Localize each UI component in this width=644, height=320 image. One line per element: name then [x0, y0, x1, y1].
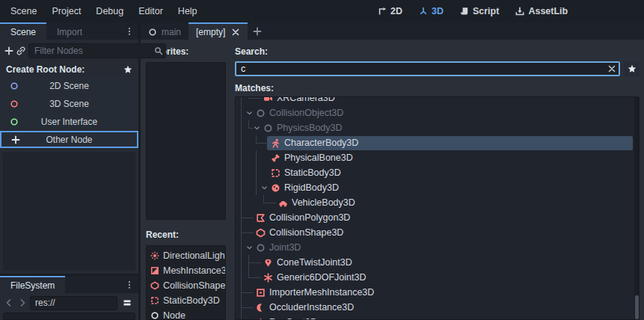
search-label: Search:: [235, 46, 640, 57]
tree-item[interactable]: CollisionObject3D: [236, 105, 634, 120]
raycast-icon: [256, 318, 266, 320]
toggle-split-mode-button[interactable]: [119, 295, 135, 310]
filesystem-filter-input[interactable]: [3, 313, 135, 320]
filesystem-path-input[interactable]: [30, 296, 117, 310]
toggle-favorite-button[interactable]: [624, 61, 640, 76]
tree-item[interactable]: RayCast3D: [236, 315, 634, 319]
tree-item[interactable]: CharacterBody3D: [236, 135, 634, 150]
filesystem-menu-button[interactable]: [120, 276, 138, 293]
close-icon[interactable]: [231, 28, 240, 37]
character-body-icon: [271, 138, 280, 148]
tree-item-label: CollisionPolygon3D: [269, 212, 350, 223]
workspace-2d[interactable]: 2D: [372, 4, 408, 19]
history-forward-button[interactable]: [16, 295, 28, 310]
recent-item[interactable]: DirectionalLight...: [148, 248, 224, 263]
scene-tabbar: main [empty]: [141, 22, 644, 40]
workspace-assetlib[interactable]: AssetLib: [510, 4, 573, 19]
history-back-button[interactable]: [3, 295, 15, 310]
menu-debug[interactable]: Debug: [88, 3, 131, 19]
root-option-user-interface[interactable]: User Interface: [0, 113, 138, 130]
tree-item[interactable]: PhysicalBone3D: [236, 150, 634, 165]
recent-item[interactable]: Node: [148, 308, 224, 320]
workspace-3d[interactable]: 3D: [414, 4, 449, 19]
tab-import[interactable]: Import: [46, 22, 93, 40]
scene-dock-tabbar: Scene Import: [0, 22, 138, 40]
instantiate-scene-button[interactable]: [16, 43, 25, 59]
tree-item[interactable]: StaticBody3D: [236, 165, 634, 180]
scene-icon: [148, 28, 157, 37]
tree-item[interactable]: PhysicsBody3D: [236, 120, 634, 135]
tree-item[interactable]: CollisionPolygon3D: [236, 210, 634, 225]
dock-menu-button[interactable]: [120, 22, 138, 40]
cone-twist-joint-icon: [263, 258, 273, 268]
recent-item[interactable]: MeshInstance3D: [148, 263, 224, 278]
tab-scene[interactable]: Scene: [0, 22, 46, 40]
menu-items: SceneProjectDebugEditorHelp: [3, 3, 205, 19]
recent-item-label: CollisionShape3D: [163, 280, 226, 291]
tree-item-label: ImporterMeshInstance3D: [269, 287, 374, 298]
workspace-label: Script: [473, 6, 499, 16]
occluder-icon: [256, 303, 266, 313]
tree-item-label: XRCamera3D: [277, 97, 335, 103]
tree-item[interactable]: ConeTwistJoint3D: [236, 255, 634, 270]
recent-item-label: Node: [163, 310, 185, 320]
tree-scrollbar-thumb[interactable]: [635, 295, 639, 319]
tree-item[interactable]: VehicleBody3D: [236, 195, 634, 210]
menu-scene[interactable]: Scene: [3, 3, 44, 19]
tree-item-label: PhysicsBody3D: [277, 123, 343, 133]
tree-item[interactable]: Joint3D: [236, 240, 634, 255]
tree-item-label: CollisionShape3D: [269, 227, 343, 238]
add-node-button[interactable]: [4, 43, 13, 59]
menu-editor[interactable]: Editor: [131, 3, 171, 19]
node-search-input[interactable]: [235, 61, 620, 76]
menu-help[interactable]: Help: [171, 3, 205, 19]
plus-icon: [253, 27, 262, 36]
dots-icon: [125, 280, 134, 289]
tab-filesystem[interactable]: FileSystem: [0, 276, 65, 293]
create-root-options: 2D Scene3D SceneUser InterfaceOther Node: [0, 77, 138, 149]
node-icon: [10, 81, 19, 90]
root-option-label: Other Node: [1, 135, 137, 145]
camera-icon: [263, 97, 273, 103]
workspace-script[interactable]: Script: [455, 4, 504, 19]
chevron-left-icon: [4, 298, 13, 307]
root-option-3d-scene[interactable]: 3D Scene: [0, 95, 138, 112]
filter-nodes-input[interactable]: [28, 43, 166, 58]
clear-search-icon[interactable]: [607, 64, 616, 73]
create-root-title: Create Root Node:: [6, 64, 85, 75]
workspace-label: 3D: [432, 6, 444, 16]
tree-scrollbar[interactable]: [634, 97, 639, 319]
root-option-label: User Interface: [0, 117, 138, 127]
tree-item-label: ConeTwistJoint3D: [277, 257, 352, 268]
plus-icon: [4, 46, 13, 55]
recent-label: Recent:: [146, 230, 226, 240]
tree-item-label: RigidBody3D: [284, 182, 339, 193]
menu-project[interactable]: Project: [44, 3, 88, 19]
recent-item[interactable]: StaticBody3D: [148, 293, 224, 308]
scene-tree-empty-area[interactable]: [3, 152, 135, 271]
importer-mesh-icon: [256, 288, 266, 298]
favorites-list[interactable]: [146, 62, 226, 220]
tree-item[interactable]: XRCamera3D: [236, 97, 634, 105]
node-icon: [10, 117, 19, 126]
tree-item[interactable]: OccluderInstance3D: [236, 300, 634, 315]
tree-item[interactable]: CollisionShape3D: [236, 225, 634, 240]
node-icon: [256, 108, 266, 118]
filesystem-dock: FileSystem: [0, 274, 138, 320]
tree-item[interactable]: RigidBody3D: [236, 180, 634, 195]
tree-item[interactable]: ImporterMeshInstance3D: [236, 285, 634, 300]
matches-label: Matches:: [235, 83, 640, 93]
root-option-other-node[interactable]: Other Node: [0, 131, 138, 148]
tree-item[interactable]: Generic6DOFJoint3D: [236, 270, 634, 285]
node-icon: [256, 243, 266, 253]
scene-tab-empty[interactable]: [empty]: [188, 22, 248, 40]
main-area: main [empty] Favorites: Recent: Directio…: [141, 22, 644, 320]
scene-tab-label: [empty]: [196, 27, 225, 37]
scene-tab-main[interactable]: main: [141, 22, 188, 40]
favorites-star-icon[interactable]: [123, 65, 132, 74]
recent-list: DirectionalLight...MeshInstance3DCollisi…: [146, 245, 226, 320]
root-option-2d-scene[interactable]: 2D Scene: [0, 77, 138, 94]
recent-item[interactable]: CollisionShape3D: [148, 278, 224, 293]
add-scene-tab-button[interactable]: [248, 22, 267, 40]
static-body-icon: [271, 168, 280, 178]
